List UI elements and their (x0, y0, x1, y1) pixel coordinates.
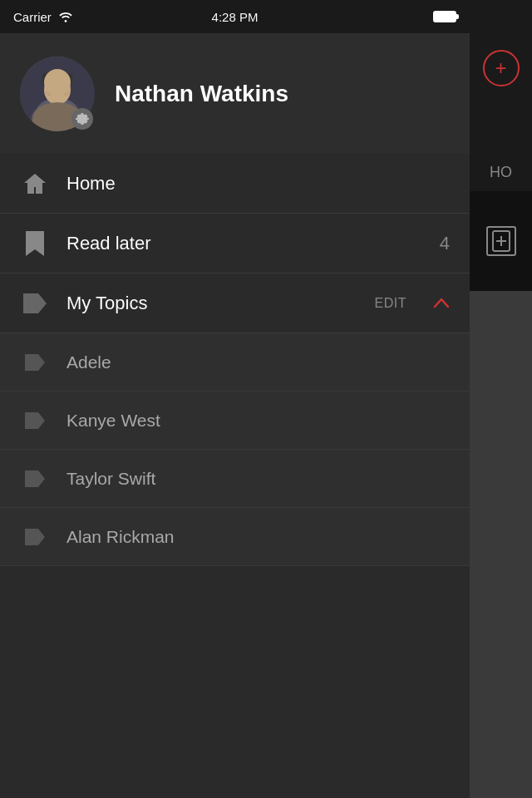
topics-icon (20, 288, 50, 318)
topic-item-adele[interactable]: Adele (0, 333, 470, 392)
status-bar: Carrier 4:28 PM (0, 0, 470, 33)
svg-rect-9 (42, 73, 72, 85)
home-label: Home (66, 173, 450, 195)
bookmark-svg (24, 229, 46, 258)
profile-header: Nathan Watkins (0, 33, 470, 154)
nav-item-home[interactable]: Home (0, 154, 470, 214)
topic-item-kanye[interactable]: Kanye West (0, 392, 470, 450)
right-dark-block (470, 191, 532, 291)
right-panel-top: + (470, 0, 532, 154)
right-gray-block (470, 291, 532, 798)
topic-tag-svg (23, 411, 47, 431)
topic-label-alan: Alan Rickman (66, 527, 175, 547)
avatar-container[interactable] (20, 57, 95, 131)
topic-icon-taylor (20, 464, 50, 494)
add-button[interactable]: + (483, 50, 520, 86)
topic-icon-alan (20, 522, 50, 552)
house-svg (22, 171, 47, 196)
gear-badge[interactable] (71, 108, 93, 130)
my-topics-header[interactable]: My Topics EDIT (0, 273, 470, 333)
svg-point-7 (44, 75, 71, 105)
topic-label-taylor: Taylor Swift (66, 469, 155, 489)
home-icon (20, 169, 50, 199)
topic-icon-kanye (20, 406, 50, 436)
edit-button[interactable]: EDIT (375, 296, 406, 311)
bookmark-icon (20, 229, 50, 259)
topic-tag-svg (23, 352, 47, 372)
svg-point-11 (61, 86, 65, 91)
topic-item-alan[interactable]: Alan Rickman (0, 508, 470, 566)
right-panel: + HO (470, 0, 532, 798)
status-left: Carrier (13, 10, 73, 24)
svg-point-10 (51, 86, 55, 91)
chevron-up-icon[interactable] (433, 293, 450, 313)
user-name: Nathan Watkins (115, 81, 288, 107)
topic-label-kanye: Kanye West (66, 411, 160, 431)
tag-svg (22, 292, 48, 315)
ho-label: HO (470, 154, 532, 191)
battery-icon (433, 11, 456, 22)
my-topics-label: My Topics (66, 293, 358, 314)
drawer-panel: Carrier 4:28 PM (0, 0, 470, 798)
carrier-label: Carrier (13, 10, 52, 24)
status-right (433, 11, 456, 22)
read-later-label: Read later (66, 233, 423, 254)
wifi-icon (58, 11, 73, 22)
bookmark-add-icon[interactable] (486, 226, 516, 256)
svg-point-12 (46, 91, 52, 96)
svg-point-8 (42, 71, 72, 85)
svg-point-13 (62, 91, 69, 96)
topic-item-taylor[interactable]: Taylor Swift (0, 450, 470, 508)
gear-icon (76, 112, 89, 126)
nav-item-read-later[interactable]: Read later 4 (0, 214, 470, 273)
read-later-count: 4 (440, 233, 450, 254)
status-time: 4:28 PM (212, 10, 259, 24)
topic-tag-svg (23, 527, 47, 547)
topic-icon-adele (20, 347, 50, 377)
topic-tag-svg (23, 469, 47, 489)
topic-label-adele: Adele (66, 352, 111, 372)
add-icon: + (495, 57, 506, 80)
